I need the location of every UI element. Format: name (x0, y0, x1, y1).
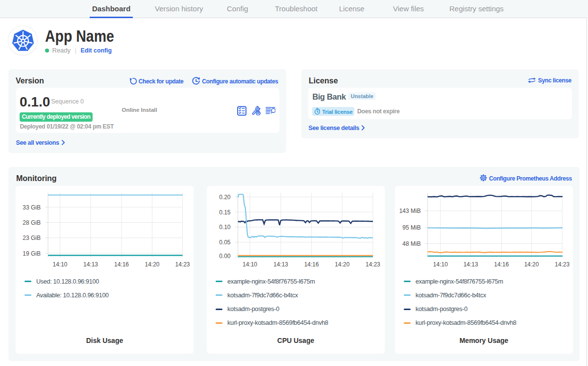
svg-text:33 GiB: 33 GiB (23, 204, 41, 211)
svg-text:14:20: 14:20 (524, 261, 539, 268)
svg-text:143 MiB: 143 MiB (399, 208, 421, 214)
svg-text:14:23: 14:23 (555, 261, 569, 268)
svg-text:14:20: 14:20 (335, 261, 349, 268)
svg-text:14:10: 14:10 (433, 261, 448, 268)
svg-text:28 GiB: 28 GiB (23, 219, 41, 226)
svg-text:23 GiB: 23 GiB (23, 235, 41, 241)
svg-text:14:20: 14:20 (145, 261, 159, 268)
svg-text:14:13: 14:13 (273, 261, 288, 268)
svg-text:14:10: 14:10 (52, 261, 67, 268)
svg-text:95 MiB: 95 MiB (402, 224, 420, 231)
svg-text:14:10: 14:10 (243, 261, 257, 268)
svg-text:0.05: 0.05 (219, 239, 231, 246)
svg-text:48 MiB: 48 MiB (402, 240, 420, 247)
svg-text:14:16: 14:16 (494, 261, 509, 268)
svg-text:14:23: 14:23 (366, 261, 380, 268)
svg-text:14:23: 14:23 (175, 261, 190, 268)
svg-text:0.00: 0.00 (219, 253, 231, 260)
svg-text:14:13: 14:13 (83, 261, 98, 268)
svg-text:14:13: 14:13 (464, 261, 478, 268)
svg-text:19 GiB: 19 GiB (23, 250, 41, 257)
svg-text:0.10: 0.10 (219, 224, 231, 231)
svg-text:14:16: 14:16 (114, 261, 129, 268)
svg-text:0.20: 0.20 (219, 194, 231, 201)
svg-text:14:16: 14:16 (304, 261, 319, 268)
svg-text:0.15: 0.15 (219, 209, 231, 216)
